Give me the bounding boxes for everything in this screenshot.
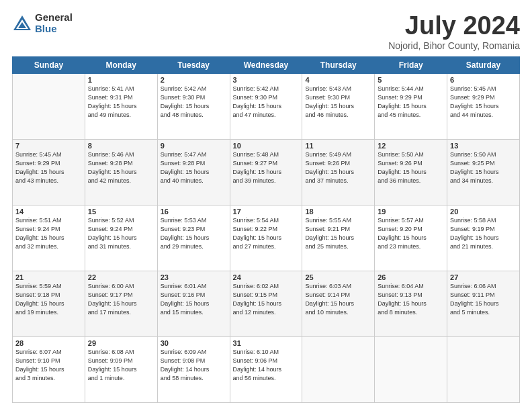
calendar-day-cell: 27Sunrise: 6:06 AM Sunset: 9:11 PM Dayli… (447, 271, 520, 336)
day-number: 10 (233, 142, 300, 150)
logo-icon (12, 14, 32, 33)
day-number: 19 (378, 208, 444, 216)
calendar-day-cell: 10Sunrise: 5:48 AM Sunset: 9:27 PM Dayli… (230, 139, 302, 205)
calendar-week-row: 14Sunrise: 5:51 AM Sunset: 9:24 PM Dayli… (13, 205, 520, 271)
day-info: Sunrise: 6:03 AM Sunset: 9:14 PM Dayligh… (305, 282, 371, 317)
calendar-week-row: 1Sunrise: 5:41 AM Sunset: 9:31 PM Daylig… (13, 73, 520, 139)
day-info: Sunrise: 5:55 AM Sunset: 9:21 PM Dayligh… (305, 216, 371, 251)
day-number: 9 (161, 142, 227, 150)
calendar-day-cell: 8Sunrise: 5:46 AM Sunset: 9:28 PM Daylig… (85, 139, 157, 205)
calendar-day-cell: 14Sunrise: 5:51 AM Sunset: 9:24 PM Dayli… (13, 205, 85, 271)
calendar-day-cell: 15Sunrise: 5:52 AM Sunset: 9:24 PM Dayli… (85, 205, 157, 271)
day-number: 31 (233, 339, 300, 347)
calendar-day-cell: 12Sunrise: 5:50 AM Sunset: 9:26 PM Dayli… (375, 139, 447, 205)
day-info: Sunrise: 5:58 AM Sunset: 9:19 PM Dayligh… (450, 216, 517, 251)
day-number: 21 (15, 273, 82, 281)
calendar-day-cell: 1Sunrise: 5:41 AM Sunset: 9:31 PM Daylig… (85, 73, 157, 139)
day-of-week-header: Wednesday (230, 56, 302, 73)
day-info: Sunrise: 5:59 AM Sunset: 9:18 PM Dayligh… (15, 282, 82, 317)
calendar-day-cell (375, 336, 447, 402)
calendar-day-cell: 17Sunrise: 5:54 AM Sunset: 9:22 PM Dayli… (230, 205, 302, 271)
calendar-day-cell: 9Sunrise: 5:47 AM Sunset: 9:28 PM Daylig… (157, 139, 230, 205)
day-number: 14 (15, 208, 82, 216)
calendar-header-row: SundayMondayTuesdayWednesdayThursdayFrid… (13, 56, 520, 73)
logo-general-text: General (35, 12, 73, 24)
calendar-day-cell: 22Sunrise: 6:00 AM Sunset: 9:17 PM Dayli… (85, 271, 157, 336)
day-info: Sunrise: 6:09 AM Sunset: 9:08 PM Dayligh… (161, 348, 227, 383)
day-number: 26 (378, 273, 444, 281)
calendar-day-cell: 30Sunrise: 6:09 AM Sunset: 9:08 PM Dayli… (157, 336, 230, 402)
subtitle: Nojorid, Bihor County, Romania (388, 40, 520, 51)
day-of-week-header: Saturday (447, 56, 520, 73)
calendar-day-cell: 19Sunrise: 5:57 AM Sunset: 9:20 PM Dayli… (375, 205, 447, 271)
day-number: 8 (88, 142, 154, 150)
day-of-week-header: Thursday (302, 56, 375, 73)
day-info: Sunrise: 5:42 AM Sunset: 9:30 PM Dayligh… (161, 85, 227, 120)
day-info: Sunrise: 5:52 AM Sunset: 9:24 PM Dayligh… (88, 216, 154, 251)
day-info: Sunrise: 5:51 AM Sunset: 9:24 PM Dayligh… (15, 216, 82, 251)
calendar-week-row: 7Sunrise: 5:45 AM Sunset: 9:29 PM Daylig… (13, 139, 520, 205)
day-number: 5 (378, 76, 444, 84)
day-info: Sunrise: 5:46 AM Sunset: 9:28 PM Dayligh… (88, 150, 154, 185)
main-title: July 2024 (388, 12, 520, 40)
day-info: Sunrise: 5:54 AM Sunset: 9:22 PM Dayligh… (233, 216, 300, 251)
day-of-week-header: Monday (85, 56, 157, 73)
day-number: 18 (305, 208, 371, 216)
logo-blue-text: Blue (35, 24, 73, 35)
day-number: 1 (88, 76, 154, 84)
day-info: Sunrise: 5:41 AM Sunset: 9:31 PM Dayligh… (88, 85, 154, 120)
calendar-day-cell: 7Sunrise: 5:45 AM Sunset: 9:29 PM Daylig… (13, 139, 85, 205)
day-number: 4 (305, 76, 371, 84)
day-info: Sunrise: 5:47 AM Sunset: 9:28 PM Dayligh… (161, 150, 227, 185)
day-info: Sunrise: 5:50 AM Sunset: 9:26 PM Dayligh… (378, 150, 444, 185)
calendar-day-cell: 20Sunrise: 5:58 AM Sunset: 9:19 PM Dayli… (447, 205, 520, 271)
day-info: Sunrise: 5:45 AM Sunset: 9:29 PM Dayligh… (450, 85, 517, 120)
day-info: Sunrise: 6:06 AM Sunset: 9:11 PM Dayligh… (450, 282, 517, 317)
calendar-day-cell: 29Sunrise: 6:08 AM Sunset: 9:09 PM Dayli… (85, 336, 157, 402)
day-number: 17 (233, 208, 300, 216)
day-info: Sunrise: 6:10 AM Sunset: 9:06 PM Dayligh… (233, 348, 300, 383)
day-info: Sunrise: 5:48 AM Sunset: 9:27 PM Dayligh… (233, 150, 300, 185)
calendar-day-cell: 5Sunrise: 5:44 AM Sunset: 9:29 PM Daylig… (375, 73, 447, 139)
day-number: 2 (161, 76, 227, 84)
page: General Blue July 2024 Nojorid, Bihor Co… (0, 0, 532, 411)
day-info: Sunrise: 6:00 AM Sunset: 9:17 PM Dayligh… (88, 282, 154, 317)
day-info: Sunrise: 6:04 AM Sunset: 9:13 PM Dayligh… (378, 282, 444, 317)
calendar-day-cell: 31Sunrise: 6:10 AM Sunset: 9:06 PM Dayli… (230, 336, 302, 402)
calendar-day-cell: 3Sunrise: 5:42 AM Sunset: 9:30 PM Daylig… (230, 73, 302, 139)
day-info: Sunrise: 5:49 AM Sunset: 9:26 PM Dayligh… (305, 150, 371, 185)
day-number: 11 (305, 142, 371, 150)
day-number: 15 (88, 208, 154, 216)
day-info: Sunrise: 6:07 AM Sunset: 9:10 PM Dayligh… (15, 348, 82, 383)
calendar-day-cell: 28Sunrise: 6:07 AM Sunset: 9:10 PM Dayli… (13, 336, 85, 402)
day-info: Sunrise: 5:44 AM Sunset: 9:29 PM Dayligh… (378, 85, 444, 120)
day-number: 28 (15, 339, 82, 347)
calendar-day-cell (302, 336, 375, 402)
day-number: 16 (161, 208, 227, 216)
calendar-day-cell: 23Sunrise: 6:01 AM Sunset: 9:16 PM Dayli… (157, 271, 230, 336)
calendar-day-cell (13, 73, 85, 139)
calendar-day-cell: 26Sunrise: 6:04 AM Sunset: 9:13 PM Dayli… (375, 271, 447, 336)
day-number: 22 (88, 273, 154, 281)
logo: General Blue (12, 12, 73, 34)
day-number: 23 (161, 273, 227, 281)
day-number: 7 (15, 142, 82, 150)
calendar-day-cell: 13Sunrise: 5:50 AM Sunset: 9:25 PM Dayli… (447, 139, 520, 205)
day-number: 29 (88, 339, 154, 347)
day-number: 25 (305, 273, 371, 281)
calendar-week-row: 28Sunrise: 6:07 AM Sunset: 9:10 PM Dayli… (13, 336, 520, 402)
day-number: 6 (450, 76, 517, 84)
day-info: Sunrise: 5:45 AM Sunset: 9:29 PM Dayligh… (15, 150, 82, 185)
calendar-day-cell: 24Sunrise: 6:02 AM Sunset: 9:15 PM Dayli… (230, 271, 302, 336)
day-info: Sunrise: 5:57 AM Sunset: 9:20 PM Dayligh… (378, 216, 444, 251)
day-number: 12 (378, 142, 444, 150)
calendar-day-cell: 2Sunrise: 5:42 AM Sunset: 9:30 PM Daylig… (157, 73, 230, 139)
day-info: Sunrise: 5:43 AM Sunset: 9:30 PM Dayligh… (305, 85, 371, 120)
calendar-day-cell (447, 336, 520, 402)
header: General Blue July 2024 Nojorid, Bihor Co… (12, 12, 520, 51)
day-info: Sunrise: 6:01 AM Sunset: 9:16 PM Dayligh… (161, 282, 227, 317)
calendar-week-row: 21Sunrise: 5:59 AM Sunset: 9:18 PM Dayli… (13, 271, 520, 336)
day-number: 13 (450, 142, 517, 150)
title-block: July 2024 Nojorid, Bihor County, Romania (388, 12, 520, 51)
day-number: 27 (450, 273, 517, 281)
